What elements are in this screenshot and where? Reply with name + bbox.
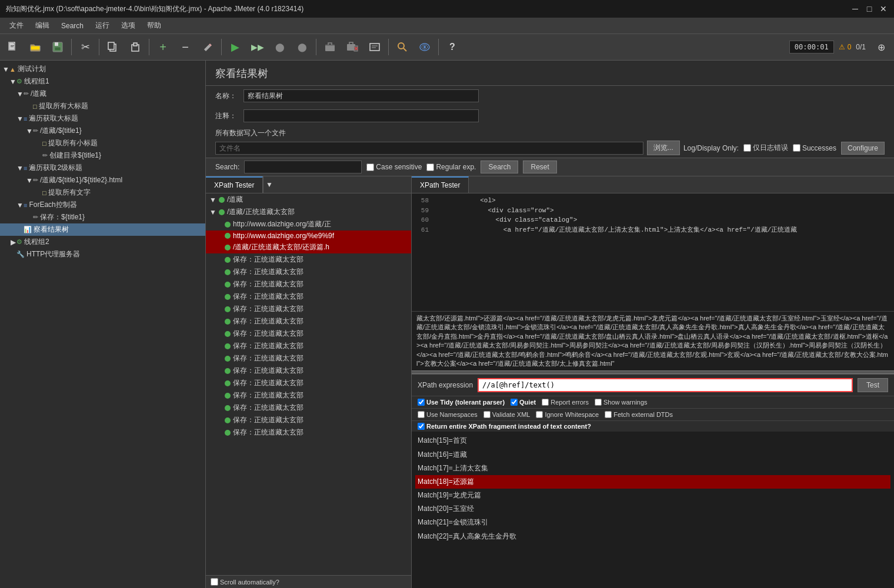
case-sensitive-checkbox[interactable]	[366, 163, 374, 171]
comment-input[interactable]	[243, 109, 479, 122]
menu-help[interactable]: 帮助	[142, 18, 166, 33]
toggle-path-title2[interactable]: ▼	[26, 176, 33, 185]
xpath-node-7[interactable]: ▶保存：正统道藏太玄部	[206, 278, 411, 290]
xpath-node-9[interactable]: ▶保存：正统道藏太玄部	[206, 303, 411, 315]
reset-button[interactable]: Reset	[523, 161, 556, 173]
toggle-dao-cang[interactable]: ▼	[16, 90, 24, 98]
expand-button[interactable]: ⊕	[870, 36, 892, 58]
configure-button[interactable]: Configure	[841, 142, 885, 155]
tree-item-thread-group1[interactable]: ▼ ⚙ 线程组1	[0, 75, 205, 88]
shutdown-button[interactable]: ⬤	[292, 36, 313, 58]
tree-item-http-proxy[interactable]: ▶ 🔧 HTTP代理服务器	[0, 248, 205, 260]
search-button[interactable]: Search	[481, 161, 518, 173]
remote-start-button[interactable]	[414, 36, 435, 58]
tree-item-foreach-ctrl[interactable]: ▼ ≡ ForEach控制器	[0, 199, 205, 211]
xpath-node-2[interactable]: ▶ http://www.daizhige.org/道藏/正	[206, 218, 411, 230]
case-sensitive-label[interactable]: Case sensitive	[366, 163, 422, 171]
clear-button[interactable]	[319, 36, 341, 58]
menu-file[interactable]: 文件	[5, 18, 28, 33]
xpath-node-1[interactable]: ▼ /道藏/正统道藏太玄部	[206, 206, 411, 218]
tree-item-result-tree[interactable]: ▶ 📊 察看结果树	[0, 223, 205, 236]
maximize-button[interactable]: □	[865, 4, 874, 14]
code-view[interactable]: 58 <ol> 59 <div class="row"> 60 <div cla…	[412, 193, 894, 311]
tree-item-loop-big-titles[interactable]: ▼ ≡ 遍历获取大标题	[0, 112, 205, 125]
ignore-whitespace-checkbox[interactable]	[536, 411, 543, 418]
xpath-node-6[interactable]: ▶保存：正统道藏太玄部	[206, 266, 411, 278]
report-errors-label[interactable]: Report errors	[542, 399, 589, 406]
toggle-thread-group1[interactable]: ▼	[9, 78, 16, 86]
file-name-input[interactable]	[215, 142, 643, 155]
xpath-node-14[interactable]: ▶保存：正统道藏太玄部	[206, 365, 411, 377]
successes-label[interactable]: Successes	[793, 144, 836, 152]
save-button[interactable]	[47, 36, 68, 58]
return-entire-checkbox[interactable]	[418, 423, 425, 430]
menu-options[interactable]: 选项	[116, 18, 140, 33]
paste-button[interactable]	[125, 36, 146, 58]
fetch-dtds-checkbox[interactable]	[605, 411, 612, 418]
add-button[interactable]: +	[152, 36, 174, 58]
xpath-node-19[interactable]: ▶保存：正统道藏太玄部	[206, 426, 411, 439]
show-warnings-checkbox[interactable]	[595, 399, 602, 406]
quiet-label[interactable]: Quiet	[511, 399, 536, 406]
xpath-expr-input[interactable]	[478, 378, 853, 392]
remove-button[interactable]: −	[175, 36, 196, 58]
show-warnings-label[interactable]: Show warnings	[595, 399, 648, 406]
log-errors-checkbox[interactable]	[743, 144, 751, 152]
successes-checkbox[interactable]	[793, 144, 800, 152]
tree-item-path-title2[interactable]: ▼ ✏ /道藏/${title1}/${title2}.html	[0, 174, 205, 186]
code-long-text[interactable]: 藏太玄部/还源篇.html">还源篇</a><a href="/道藏/正统道藏太…	[412, 311, 894, 370]
use-tidy-label[interactable]: Use Tidy (tolerant parser)	[418, 399, 505, 406]
xpath-node-11[interactable]: ▶保存：正统道藏太玄部	[206, 328, 411, 340]
fetch-dtds-label[interactable]: Fetch external DTDs	[605, 411, 673, 418]
use-namespaces-checkbox[interactable]	[418, 411, 425, 418]
minimize-button[interactable]: ─	[850, 4, 860, 14]
tree-item-save-title1[interactable]: ▶ ✏ 保存：${title1}	[0, 211, 205, 223]
menu-search[interactable]: Search	[56, 19, 88, 32]
name-input[interactable]	[243, 89, 479, 102]
tree-item-get-text[interactable]: ▶ □ 提取所有文字	[0, 186, 205, 199]
toggle-thread-group2[interactable]: ▶	[9, 238, 16, 246]
validate-xml-label[interactable]: Validate XML	[483, 411, 531, 418]
toggle-path-title1[interactable]: ▼	[26, 127, 33, 135]
xpath-node-15[interactable]: ▶保存：正统道藏太玄部	[206, 377, 411, 389]
log-errors-label[interactable]: 仅日志错误	[743, 143, 788, 153]
edit-button[interactable]	[197, 36, 218, 58]
stop-button[interactable]: ⬤	[269, 36, 291, 58]
xpath-node-10[interactable]: ▶保存：正统道藏太玄部	[206, 315, 411, 328]
copy-button[interactable]	[102, 36, 124, 58]
xpath-node-4[interactable]: ▶ /道藏/正统道藏太玄部/还源篇.h	[206, 241, 411, 253]
toggle-test-plan[interactable]: ▼	[2, 65, 9, 74]
cut-button[interactable]: ✂	[75, 36, 96, 58]
return-entire-label[interactable]: Return entire XPath fragment instead of …	[418, 423, 591, 430]
right-tab-xpath[interactable]: XPath Tester	[412, 176, 469, 193]
left-tab-xpath[interactable]: XPath Tester	[206, 176, 263, 193]
test-button[interactable]: Test	[858, 378, 888, 392]
xpath-node-12[interactable]: ▶保存：正统道藏太玄部	[206, 340, 411, 352]
xpath-node-16[interactable]: ▶保存：正统道藏太玄部	[206, 389, 411, 402]
xpath-node-3[interactable]: ▶ http://www.daizhige.org/%e9%9f	[206, 230, 411, 241]
view-results-button[interactable]	[364, 36, 385, 58]
use-namespaces-label[interactable]: Use Namespaces	[418, 411, 478, 418]
magnify-button[interactable]	[392, 36, 413, 58]
open-button[interactable]	[25, 36, 46, 58]
scroll-auto-label[interactable]: Scroll automatically?	[211, 578, 406, 586]
toggle-loop-2level[interactable]: ▼	[16, 164, 24, 172]
tree-item-dao-cang[interactable]: ▼ ✏ /道藏	[0, 88, 205, 100]
start-no-pause-button[interactable]: ▶▶	[247, 36, 268, 58]
regular-exp-label[interactable]: Regular exp.	[426, 163, 476, 171]
regular-exp-checkbox[interactable]	[426, 163, 434, 171]
ignore-whitespace-label[interactable]: Ignore Whitespace	[536, 411, 599, 418]
tree-item-path-title1[interactable]: ▼ ✏ /道藏/${title1}	[0, 125, 205, 137]
start-button[interactable]: ▶	[225, 36, 246, 58]
xpath-node-17[interactable]: ▶保存：正统道藏太玄部	[206, 402, 411, 414]
menu-edit[interactable]: 编辑	[31, 18, 54, 33]
browse-button[interactable]: 浏览...	[647, 141, 680, 155]
clear-all-button[interactable]	[342, 36, 363, 58]
tree-item-get-big-titles[interactable]: ▶ □ 提取所有大标题	[0, 100, 205, 112]
menu-run[interactable]: 运行	[91, 18, 114, 33]
xpath-node-0[interactable]: ▼ /道藏	[206, 193, 411, 206]
tree-item-create-dir[interactable]: ▶ ✏ 创建目录${title1}	[0, 149, 205, 162]
scroll-auto-checkbox[interactable]	[211, 578, 218, 586]
left-tab-dropdown[interactable]: ▼	[263, 176, 275, 193]
search-input[interactable]	[244, 161, 362, 173]
